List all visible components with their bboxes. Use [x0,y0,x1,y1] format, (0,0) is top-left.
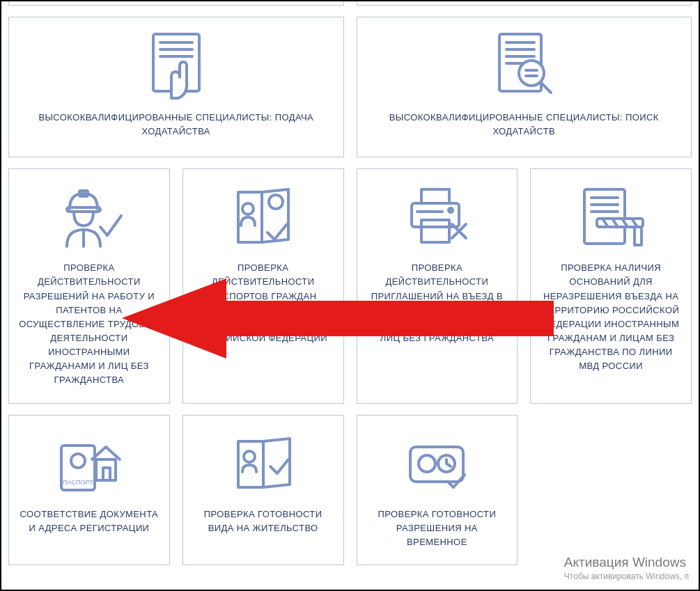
partial-row-top [8,0,692,6]
svg-point-40 [244,451,255,462]
svg-rect-20 [421,220,449,242]
svg-rect-13 [67,207,100,212]
card-label: ПРОВЕРКА НАЛИЧИЯ ОСНОВАНИЙ ДЛЯ НЕРАЗРЕШЕ… [539,261,683,373]
card-submit-petition[interactable]: ВЫСОКОКВАЛИФИЦИРОВАННЫЕ СПЕЦИАЛИСТЫ: ПОД… [8,17,344,157]
card-check-passport-abroad[interactable]: ПРОВЕРКА ДЕЙСТВИТЕЛЬНОСТИ ПАСПОРТОВ ГРАЖ… [182,168,344,403]
card-check-work-permit[interactable]: ПРОВЕРКА ДЕЙСТВИТЕЛЬНОСТИ РАЗРЕШЕНИЙ НА … [8,168,170,403]
passport-check-icon [228,182,298,251]
card-temp-permit-status[interactable]: ПРОВЕРКА ГОТОВНОСТИ РАЗРЕШЕНИЯ НА ВРЕМЕН… [357,415,518,565]
worker-check-icon [54,182,124,251]
card-label: ПРОВЕРКА ДЕЙСТВИТЕЛЬНОСТИ ПАСПОРТОВ ГРАЖ… [192,261,335,345]
card-label: ПРОВЕРКА ГОТОВНОСТИ ВИДА НА ЖИТЕЛЬСТВО [192,507,335,535]
card-label: ВЫСОКОКВАЛИФИЦИРОВАННЫЕ СПЕЦИАЛИСТЫ: ПОИ… [371,111,678,139]
svg-rect-18 [421,189,449,203]
document-hand-icon [145,31,208,101]
card-search-petition[interactable]: ВЫСОКОКВАЛИФИЦИРОВАННЫЕ СПЕЦИАЛИСТЫ: ПОИ… [357,17,692,157]
watermark-subtitle: Чтобы активировать Windows, п [564,572,689,581]
svg-point-17 [269,195,283,209]
printer-cross-icon [402,182,472,251]
document-magnifier-icon [492,31,555,101]
svg-rect-39 [103,468,110,480]
svg-point-42 [419,455,435,472]
svg-rect-38 [96,459,116,480]
card-label: ВЫСОКОКВАЛИФИЦИРОВАННЫЕ СПЕЦИАЛИСТЫ: ПОД… [23,111,329,139]
card-doc-address-match[interactable]: ПАСПОРТ СООТВЕТСТВИЕ ДОКУМЕНТА И АДРЕСА … [8,415,170,565]
card-check-entry-ban[interactable]: ПРОВЕРКА НАЛИЧИЯ ОСНОВАНИЙ ДЛЯ НЕРАЗРЕШЕ… [530,168,692,403]
card-clock-check-icon [402,428,472,498]
svg-point-16 [242,203,254,214]
document-barrier-icon [576,182,646,251]
svg-rect-34 [635,227,641,245]
svg-text:ПАСПОРТ: ПАСПОРТ [63,479,93,486]
card-label: ПРОВЕРКА ГОТОВНОСТИ РАЗРЕШЕНИЯ НА ВРЕМЕН… [366,507,509,549]
card-label: СООТВЕТСТВИЕ ДОКУМЕНТА И АДРЕСА РЕГИСТРА… [17,507,161,535]
svg-point-36 [71,454,85,468]
card-residence-permit-status[interactable]: ПРОВЕРКА ГОТОВНОСТИ ВИДА НА ЖИТЕЛЬСТВО [182,415,344,565]
card-label: ПРОВЕРКА ДЕЙСТВИТЕЛЬНОСТИ РАЗРЕШЕНИЙ НА … [17,261,161,387]
open-passport-icon [228,428,298,498]
card-check-invitation[interactable]: ПРОВЕРКА ДЕЙСТВИТЕЛЬНОСТИ ПРИГЛАШЕНИЙ НА… [357,168,518,403]
stub-card [357,0,692,6]
svg-point-22 [449,208,453,212]
passport-house-icon: ПАСПОРТ [54,428,124,498]
card-label: ПРОВЕРКА ДЕЙСТВИТЕЛЬНОСТИ ПРИГЛАШЕНИЙ НА… [366,261,509,345]
stub-card [8,0,344,6]
